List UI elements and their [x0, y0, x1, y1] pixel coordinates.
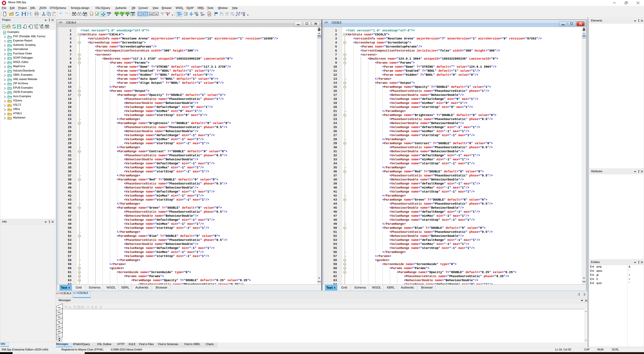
svg-text:42: 42 [200, 12, 202, 14]
svg-text:AI: AI [155, 13, 158, 16]
svg-text:DB: DB [150, 13, 153, 16]
svg-text:ABC: ABC [107, 12, 111, 14]
svg-text:P: P [3, 25, 5, 28]
svg-text:XSL: XSL [115, 13, 118, 14]
svg-text:AP: AP [178, 14, 180, 16]
svg-text:A: A [83, 307, 84, 308]
svg-text:XQ: XQ [126, 12, 129, 14]
svg-text:DEF: DEF [161, 12, 165, 14]
svg-text:FO: FO [121, 12, 124, 14]
svg-text:7: 7 [58, 335, 61, 337]
svg-text:FILE: FILE [166, 12, 170, 14]
svg-text:P: P [4, 32, 5, 34]
svg-text:T: T [241, 12, 243, 15]
svg-text:WR: WR [177, 12, 180, 14]
